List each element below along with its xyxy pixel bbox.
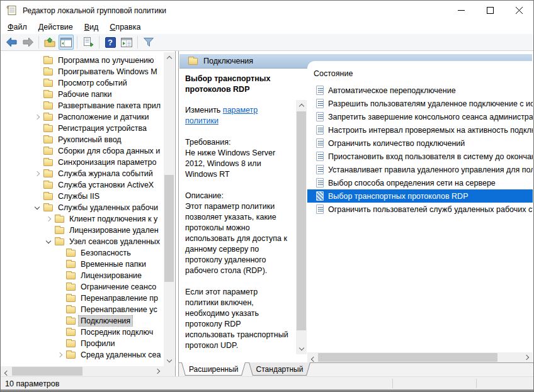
scroll-right-button[interactable] [522,352,533,362]
menu-item[interactable]: Справка [104,21,146,33]
back-button[interactable] [4,35,19,50]
tree-item[interactable]: Синхронизация параметро [1,157,164,168]
policy-list-item[interactable]: Выбор способа определения сети на сервер… [307,176,533,189]
tree-item-label: Расположение и датчики [56,112,151,122]
tree-item[interactable]: Развертывание пакета прил [1,100,164,111]
tree-item[interactable]: Сборки для сбора данных и [1,145,164,157]
help-button[interactable]: ? [103,35,118,50]
tree-item[interactable]: Временные папки [1,259,164,270]
maximize-button[interactable] [475,1,504,20]
tree-horizontal-scrollbar[interactable] [1,366,164,376]
tree-item[interactable]: Посредник подключ [1,327,164,338]
tree-item[interactable]: Среда удаленных сеа [1,349,164,361]
tree-item[interactable]: Проигрыватель Windows M [1,66,164,77]
tree-item[interactable]: Рабочие папки [1,89,164,100]
tree-vertical-scrollbar[interactable] [164,52,174,366]
folder-icon [66,295,76,302]
tree-item[interactable]: Профили [1,338,164,349]
policy-list-item[interactable]: Разрешить пользователям удаленное подклю… [307,97,533,110]
tree-chevron-icon[interactable] [33,115,41,119]
tree-item[interactable]: Лицензирование [1,270,164,281]
tree-item[interactable]: Программа по улучшению [1,55,164,66]
show-policy-window-icon [121,38,132,47]
scroll-left-button[interactable] [307,354,318,362]
scroll-down-button[interactable] [296,344,307,354]
policy-setting-icon [316,152,324,161]
tree-item[interactable]: Перенаправление пр [1,293,164,304]
tree-item[interactable]: Службы IIS [1,191,164,202]
tree-chevron-icon[interactable] [56,353,64,357]
settings-list-panel: Состояние Автоматическое переподключение… [307,61,533,362]
tree-item[interactable]: Подключения [1,315,164,327]
settings-list: Автоматическое переподключениеРазрешить … [307,84,533,216]
description-vertical-scrollbar[interactable] [296,100,307,354]
scrollbar-thumb[interactable] [318,353,497,362]
tree-item[interactable]: Перенаправление ус [1,304,164,315]
up-one-level-button[interactable] [42,35,57,50]
policy-list-item[interactable]: Автоматическое переподключение [307,84,533,97]
list-horizontal-scrollbar[interactable] [307,352,533,362]
policy-list-item[interactable]: Выбор транспортных протоколов RDP [307,189,533,203]
tree-item[interactable]: Лицензирование удален [1,225,164,236]
scrollbar-thumb[interactable] [297,111,306,330]
chevron-placeholder [33,59,41,62]
minimize-button[interactable] [446,1,475,20]
policy-list-item[interactable]: Ограничить пользователей служб удаленных… [307,203,533,216]
tree-item-label: Синхронизация параметро [56,157,158,167]
folder-icon [43,69,53,76]
tab-standard[interactable]: Стандартный [249,362,311,376]
tree-chevron-icon[interactable] [33,206,41,209]
scrollbar-thumb[interactable] [12,367,82,376]
chevron-placeholder [56,285,64,289]
window-resize-edge[interactable] [1,389,533,391]
tree-item[interactable]: Узел сеансов удаленных [1,236,164,247]
tab-extended[interactable]: Расширенный [181,362,246,376]
tree-item-label: Ограничение сеансо [79,282,158,292]
folder-icon [43,103,53,109]
folder-icon [66,329,76,336]
scrollbar-thumb[interactable] [164,175,174,282]
tree-item[interactable]: Расположение и датчики [1,111,164,123]
tree-item[interactable]: Ограничение сеансо [1,281,164,293]
tree-item-label: Узел сеансов удаленных [67,237,162,247]
tree-chevron-icon[interactable] [45,217,52,221]
close-button[interactable] [504,1,533,20]
policy-list-item[interactable]: Запретить завершение консольного сеанса … [307,110,533,123]
menu-item[interactable]: Действие [33,21,79,33]
folder-icon [66,340,76,347]
edit-prefix: Изменить [185,106,223,115]
tree-item[interactable]: Рукописный ввод [1,134,164,145]
tree-item[interactable]: Служба журнала событий [1,168,164,179]
scroll-up-button[interactable] [164,52,174,63]
menu-item[interactable]: Файл [2,21,33,33]
tree-item[interactable]: Регистрация устройства [1,123,164,134]
tree-item[interactable]: Службы удаленных рабочи [1,202,164,213]
menu-item[interactable]: Вид [79,21,105,33]
scroll-down-button[interactable] [164,356,174,366]
chevron-left-icon [311,357,316,362]
scroll-right-button[interactable] [153,366,164,376]
tree-chevron-icon[interactable] [45,240,52,243]
show-policy-window-button[interactable] [119,35,134,50]
tree-chevron-icon[interactable] [33,172,41,176]
policy-list-item[interactable]: Настроить интервал проверяемых на активн… [307,123,533,137]
policy-list-item[interactable]: Приостановить вход пользователя в систем… [307,150,533,163]
tree-item[interactable]: Служба установки ActiveX [1,179,164,191]
tree-item-label: Развертывание пакета прил [56,101,162,111]
chevron-placeholder [56,274,64,277]
export-list-button[interactable] [81,35,96,50]
policy-list-item[interactable]: Ограничить количество подключений [307,137,533,150]
filter-button[interactable] [141,35,156,50]
scroll-up-button[interactable] [296,100,307,111]
chevron-placeholder [56,308,64,311]
column-header-state[interactable]: Состояние [314,69,533,78]
tree-item[interactable]: Клиент подключения к у [1,213,164,225]
folder-icon [43,125,53,132]
folder-icon [43,171,53,177]
forward-button[interactable] [20,35,35,50]
show-console-tree-button[interactable] [59,35,74,50]
policy-list-item[interactable]: Устанавливает правила удаленного управле… [307,163,533,176]
tree-item[interactable]: Просмотр событий [1,77,164,89]
description-paragraph: Этот параметр политики позволяет указать… [185,201,292,276]
tree-item[interactable]: Безопасность [1,247,164,259]
